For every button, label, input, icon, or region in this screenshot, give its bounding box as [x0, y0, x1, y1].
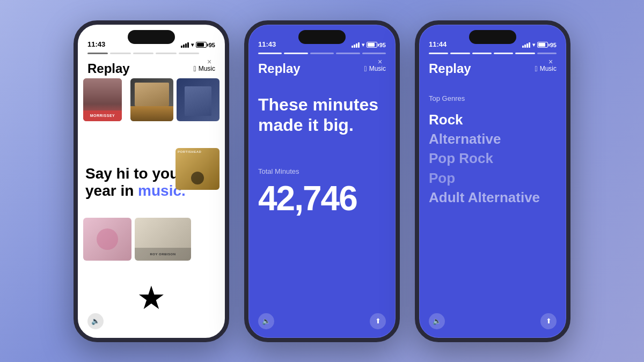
sound-icon-2: 🔈	[262, 317, 270, 325]
story-dot-3-2	[472, 53, 492, 54]
genre-pop-rock: Pop Rock	[429, 149, 557, 168]
star-icon: ★	[137, 279, 166, 316]
headline-year-in: year in	[85, 182, 138, 199]
wifi-icon-3: ▾	[532, 42, 535, 48]
dynamic-island-1	[128, 30, 175, 44]
story-indicator-3	[429, 53, 557, 54]
album-dark	[130, 78, 173, 121]
phone-3: 11:44 ▾ 95 × Replay  Music	[415, 20, 570, 342]
phone-3-content: Top Genres Rock Alternative Pop Rock Pop…	[429, 78, 557, 208]
replay-label-2: Replay	[258, 61, 301, 76]
apple-music-logo-1:  Music	[194, 64, 215, 73]
headline-line-1: Say hi to your	[85, 165, 186, 182]
replay-label-1: Replay	[87, 61, 130, 76]
dynamic-island-3	[469, 30, 516, 44]
battery-icon-1	[196, 42, 207, 48]
album-row-1	[130, 78, 219, 121]
genre-adult-alternative: Adult Alternative	[429, 188, 557, 207]
story-dot-2-0	[258, 53, 282, 54]
replay-label-3: Replay	[429, 61, 471, 76]
header-3: Replay  Music	[429, 61, 557, 76]
apple-music-text-3: Music	[540, 65, 557, 72]
genre-list: Rock Alternative Pop Rock Pop Adult Alte…	[429, 110, 557, 208]
story-dot-2-4	[362, 53, 386, 54]
sound-button-1[interactable]: 🔈	[87, 313, 104, 329]
apple-music-text-1: Music	[199, 65, 215, 72]
phone-2: 11:43 ▾ 95 × Replay  Music	[244, 20, 400, 342]
story-dot-1-4	[179, 53, 199, 54]
story-dot-1-2	[133, 53, 153, 54]
apple-music-text-2: Music	[369, 65, 386, 72]
story-dot-3-3	[494, 53, 513, 54]
album-portishead: PORTISHEAD	[175, 148, 219, 190]
story-indicator-1	[87, 53, 199, 54]
these-minutes-text: These minutes made it big.	[258, 94, 386, 136]
time-2: 11:43	[258, 40, 276, 48]
battery-icon-2	[367, 42, 377, 48]
album-orbison: ROY ORBISON	[135, 218, 191, 261]
header-1: Replay  Music	[87, 61, 215, 76]
headline-line-2: year in music.	[85, 182, 186, 200]
story-dot-3-0	[429, 53, 448, 54]
story-dot-1-3	[156, 53, 176, 54]
album-morrissey: MORRISSEY	[83, 78, 122, 121]
apple-icon-2: 	[364, 64, 367, 73]
time-1: 11:43	[87, 40, 105, 48]
sound-button-2[interactable]: 🔈	[258, 313, 274, 329]
story-dot-3-5	[537, 53, 557, 54]
top-genres-label: Top Genres	[429, 94, 557, 102]
battery-label-3: 95	[550, 42, 557, 48]
signal-icon-2	[352, 42, 360, 48]
apple-music-logo-3:  Music	[535, 64, 557, 73]
story-dot-3-1	[450, 53, 470, 54]
phone-1-content: MORRISSEY Say hi to your year in music. …	[78, 78, 225, 338]
battery-icon-3	[537, 42, 548, 48]
sound-button-3[interactable]: 🔈	[429, 313, 445, 329]
signal-icon-3	[522, 42, 530, 48]
album-fairy	[83, 218, 131, 261]
story-dot-1-1	[110, 53, 130, 54]
signal-icon-1	[181, 42, 189, 48]
share-icon-2: ⬆	[375, 317, 381, 325]
say-hi-text: Say hi to your year in music.	[85, 165, 186, 200]
status-icons-1: ▾ 95	[181, 42, 215, 48]
status-icons-2: ▾ 95	[352, 42, 386, 48]
share-icon-3: ⬆	[546, 317, 552, 325]
battery-label-2: 95	[379, 42, 386, 48]
minutes-number: 42,746	[258, 179, 386, 218]
status-icons-3: ▾ 95	[522, 42, 557, 48]
share-button-3[interactable]: ⬆	[540, 313, 557, 329]
phone-2-content: These minutes made it big. Total Minutes…	[258, 78, 386, 219]
time-3: 11:44	[429, 40, 447, 48]
genre-pop: Pop	[429, 168, 557, 188]
story-dot-2-3	[336, 53, 360, 54]
header-2: Replay  Music	[258, 61, 386, 76]
sound-icon-1: 🔈	[91, 317, 100, 325]
phone-1: 11:43 ▾ 95 × Replay  Music	[74, 20, 229, 342]
sound-icon-3: 🔈	[433, 317, 441, 325]
album-blue	[177, 78, 219, 121]
battery-label-1: 95	[209, 42, 215, 48]
wifi-icon-2: ▾	[362, 42, 364, 48]
apple-icon-3: 	[535, 64, 538, 73]
story-indicator-2	[258, 53, 386, 54]
story-dot-3-4	[515, 53, 535, 54]
story-dot-1-0	[87, 53, 108, 54]
apple-music-logo-2:  Music	[364, 64, 386, 73]
apple-icon-1: 	[194, 64, 196, 73]
genre-rock: Rock	[429, 110, 557, 129]
story-dot-2-2	[310, 53, 334, 54]
dynamic-island-2	[298, 30, 346, 44]
genre-alternative: Alternative	[429, 129, 557, 149]
wifi-icon-1: ▾	[191, 42, 194, 48]
share-button-2[interactable]: ⬆	[370, 313, 386, 329]
total-minutes-label: Total Minutes	[258, 167, 386, 175]
story-dot-2-1	[284, 53, 308, 54]
album-row-lower: ROY ORBISON	[83, 218, 191, 261]
